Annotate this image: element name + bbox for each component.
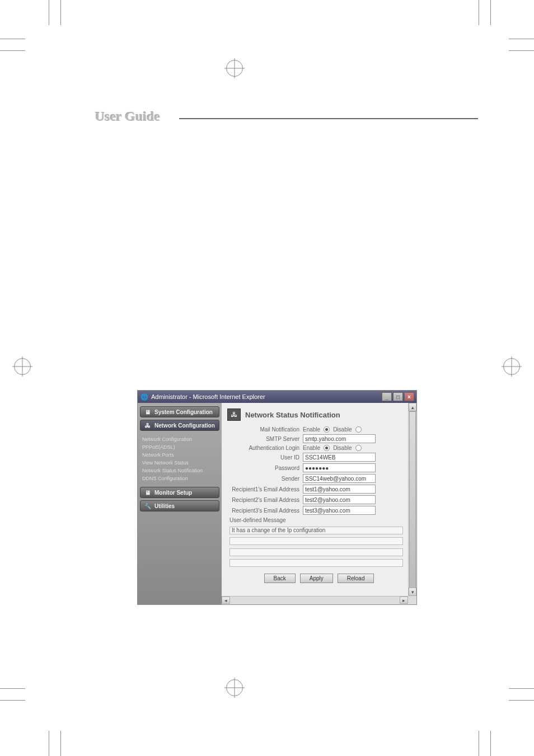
row-smtp-server: SMTP Server [227,434,411,443]
input-message-1[interactable] [229,527,403,534]
page-title: User Guide [95,109,160,124]
wrench-icon: 🔧 [143,503,152,509]
nav-system-configuration[interactable]: 🖥 System Configuration [140,406,219,417]
crop-mark [509,688,534,689]
crop-mark [60,0,61,25]
row-user-id: User ID [227,453,411,462]
input-recip3[interactable] [303,506,376,515]
sidebar-item-network-config[interactable]: Network Configuration [142,435,218,443]
app-window: 🌐 Administrator - Microsoft Internet Exp… [137,390,417,605]
row-recip1: Recipient1's Email Address [227,485,411,494]
close-button[interactable]: × [404,392,414,401]
input-smtp-server[interactable] [303,434,376,443]
scroll-down-arrow[interactable]: ▾ [409,588,416,596]
input-recip2[interactable] [303,495,376,504]
window-body: 🖥 System Configuration 🖧 Network Configu… [138,403,416,604]
reload-button[interactable]: Reload [338,574,374,583]
crop-mark [60,731,61,756]
row-recip2: Recipient2's Email Address [227,495,411,504]
content-header: 🖧 Network Status Notification [227,408,411,421]
radio-auth-disable[interactable] [355,445,362,451]
maximize-button[interactable]: □ [393,392,403,401]
registration-mark [226,679,243,696]
horizontal-scrollbar[interactable]: ◂ ▸ [222,596,408,604]
label-password: Password [227,465,303,471]
nav-label: Monitor Setup [154,490,192,496]
crop-mark [479,0,479,25]
label-user-id: User ID [227,454,303,461]
label-enable: Enable [303,445,320,451]
input-message-2[interactable] [229,537,403,545]
content-pane: 🖧 Network Status Notification Mail Notif… [222,403,416,604]
row-recip3: Recipient3's Email Address [227,506,411,515]
label-sender: Sender [227,476,303,482]
registration-mark [226,60,243,77]
nav-network-configuration[interactable]: 🖧 Network Configuration [140,420,219,431]
sidebar-item-pppoe[interactable]: PPPoE(ADSL) [142,443,218,451]
page-header: User Guide [95,109,478,124]
vertical-scrollbar[interactable]: ▴ ▾ [408,403,416,596]
input-password[interactable] [303,463,376,472]
label-recip1: Recipient1's Email Address [227,486,303,492]
input-sender[interactable] [303,474,376,483]
row-password: Password [227,463,411,472]
sidebar-item-view-network-status[interactable]: View Network Status [142,459,218,467]
row-auth-login: Authentication Login Enable Disable [227,445,411,451]
network-icon: 🖧 [143,422,152,429]
crop-mark [509,700,534,701]
sidebar-item-network-ports[interactable]: Network Ports [142,451,218,459]
label-mail-notification: Mail Notification [227,426,303,433]
crop-mark [490,731,491,756]
network-status-icon: 🖧 [227,408,241,421]
row-mail-notification: Mail Notification Enable Disable [227,426,411,433]
label-user-msg: User-defined Message [229,517,411,523]
nav-monitor-setup[interactable]: 🖥 Monitor Setup [140,487,219,498]
crop-mark [0,50,25,51]
nav-utilities[interactable]: 🔧 Utilities [140,500,219,511]
input-message-4[interactable] [229,559,403,567]
back-button[interactable]: Back [264,574,296,583]
scroll-left-arrow[interactable]: ◂ [222,597,230,604]
radio-auth-enable[interactable] [324,445,330,451]
label-recip2: Recipient2's Email Address [227,497,303,503]
crop-mark [509,50,534,51]
header-divider [179,118,478,119]
label-disable: Disable [333,445,352,451]
sidebar-item-ddns[interactable]: DDNS Configuration [142,475,218,482]
label-auth: Authentication Login [227,445,303,451]
title-bar: 🌐 Administrator - Microsoft Internet Exp… [138,391,416,403]
apply-button[interactable]: Apply [300,574,333,583]
scroll-thumb[interactable] [409,411,416,590]
ie-icon: 🌐 [140,392,149,401]
crop-mark [479,731,479,756]
radio-mail-disable[interactable] [355,426,362,433]
sidebar-item-network-status-notification[interactable]: Network Status Notification [142,467,218,475]
nav-label: Network Configuration [154,422,215,429]
crop-mark [49,731,49,756]
input-recip1[interactable] [303,485,376,494]
registration-mark [14,358,31,375]
action-buttons: Back Apply Reload [227,574,411,583]
crop-mark [490,0,491,25]
row-sender: Sender [227,474,411,483]
scroll-up-arrow[interactable]: ▴ [409,403,416,411]
crop-mark [0,39,25,39]
label-disable: Disable [333,426,352,433]
input-message-3[interactable] [229,548,403,556]
minimize-button[interactable]: _ [382,392,392,401]
label-recip3: Recipient3's Email Address [227,508,303,514]
sidebar-sub-items: Network Configuration PPPoE(ADSL) Networ… [140,433,219,487]
registration-mark [503,358,520,375]
crop-mark [0,700,25,701]
nav-label: System Configuration [154,409,213,415]
radio-mail-enable[interactable] [324,426,330,433]
input-user-id[interactable] [303,453,376,462]
sidebar: 🖥 System Configuration 🖧 Network Configu… [138,403,222,604]
crop-mark [509,39,534,39]
window-controls: _ □ × [382,392,414,401]
content-title: Network Status Notification [245,411,340,419]
nav-label: Utilities [154,503,175,509]
monitor-icon: 🖥 [143,408,152,415]
label-smtp: SMTP Server [227,436,303,442]
scroll-right-arrow[interactable]: ▸ [400,597,408,604]
